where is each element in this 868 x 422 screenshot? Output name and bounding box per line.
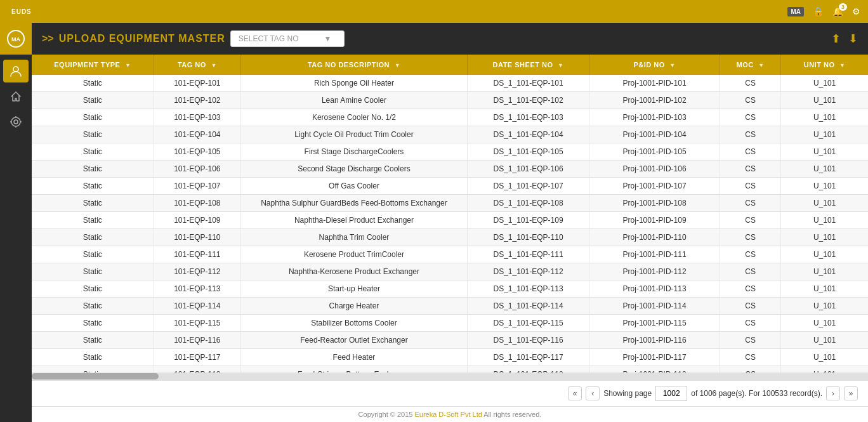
cell-date-sheet: DS_1_101-EQP-115 (467, 315, 589, 332)
table-header-row: EQUIPMENT TYPE ▼ TAG NO ▼ TAG NO DESCRIP… (32, 55, 868, 75)
cell-date-sheet: DS_1_101-EQP-101 (467, 75, 589, 92)
footer-company-link[interactable]: Eureka D-Soft Pvt Ltd (414, 411, 482, 418)
cell-tag-desc: Kerosene Cooler No. 1/2 (240, 109, 467, 126)
cell-moc: CS (720, 315, 781, 332)
cell-tag-desc: Lean Amine Cooler (240, 92, 467, 109)
cell-tag-no: 101-EQP-113 (154, 280, 240, 298)
cell-tag-desc: Light Cycle Oil Product Trim Cooler (240, 126, 467, 143)
first-page-button[interactable]: « (568, 386, 582, 400)
cell-moc: CS (720, 366, 781, 373)
cell-moc: CS (720, 75, 781, 92)
page-title: UPLOAD EQUIPMENT MASTER (59, 33, 225, 44)
cell-unit-no: U_101 (781, 75, 868, 92)
cell-pid: Proj-1001-PID-102 (589, 92, 720, 109)
cell-tag-desc: First Stage DischargeCoolers (240, 143, 467, 161)
cell-unit-no: U_101 (781, 263, 868, 280)
prev-page-button[interactable]: ‹ (586, 386, 600, 400)
table-row: Static 101-EQP-115 Stabilizer Bottoms Co… (32, 315, 868, 332)
top-nav-right: MA 🔒 🔔 3 ⚙ (787, 6, 860, 16)
cell-tag-desc: Feed-Reactor Outlet Exchanger (240, 332, 467, 349)
cell-tag-no: 101-EQP-101 (154, 75, 240, 92)
cell-unit-no: U_101 (781, 212, 868, 229)
table-row: Static 101-EQP-103 Kerosene Cooler No. 1… (32, 109, 868, 126)
cell-date-sheet: DS_1_101-EQP-112 (467, 263, 589, 280)
last-page-button[interactable]: » (844, 386, 858, 400)
col-header-tag-desc[interactable]: TAG NO DESCRIPTION ▼ (240, 55, 467, 75)
cell-moc: CS (720, 298, 781, 315)
sidebar-item-home[interactable] (3, 85, 29, 108)
cell-date-sheet: DS_1_101-EQP-116 (467, 332, 589, 349)
cell-date-sheet: DS_1_101-EQP-110 (467, 229, 589, 246)
cell-eq-type: Static (32, 178, 154, 195)
cell-moc: CS (720, 229, 781, 246)
cell-tag-desc: Naphtha-Diesel Product Exchanger (240, 212, 467, 229)
cell-unit-no: U_101 (781, 161, 868, 178)
cell-unit-no: U_101 (781, 195, 868, 212)
cell-date-sheet: DS_1_101-EQP-107 (467, 178, 589, 195)
settings-icon[interactable]: ⚙ (852, 6, 860, 16)
top-navbar: EUDS MA 🔒 🔔 3 ⚙ (0, 0, 868, 23)
bell-icon[interactable]: 🔔 3 (832, 6, 843, 16)
select-tag-placeholder: SELECT TAG NO (239, 34, 299, 43)
cell-date-sheet: DS_1_101-EQP-105 (467, 143, 589, 161)
cell-pid: Proj-1001-PID-111 (589, 246, 720, 263)
cell-unit-no: U_101 (781, 366, 868, 373)
cell-moc: CS (720, 263, 781, 280)
page-total-info: of 1006 page(s). For 100533 record(s). (691, 389, 822, 398)
cell-eq-type: Static (32, 280, 154, 298)
col-header-unit-no[interactable]: UNIT NO ▼ (781, 55, 868, 75)
footer: Copyright © 2015 Eureka D-Soft Pvt Ltd A… (32, 406, 868, 422)
cell-moc: CS (720, 246, 781, 263)
cell-eq-type: Static (32, 75, 154, 92)
cell-eq-type: Static (32, 263, 154, 280)
table-row: Static 101-EQP-113 Start-up Heater DS_1_… (32, 280, 868, 298)
cell-moc: CS (720, 349, 781, 366)
cell-unit-no: U_101 (781, 246, 868, 263)
table-row: Static 101-EQP-108 Naphtha Sulphur Guard… (32, 195, 868, 212)
sidebar (0, 55, 32, 422)
table-row: Static 101-EQP-102 Lean Amine Cooler DS_… (32, 92, 868, 109)
sort-icon-date-sheet: ▼ (558, 62, 563, 69)
cell-date-sheet: DS_1_101-EQP-114 (467, 298, 589, 315)
sort-icon-pid: ▼ (669, 62, 675, 69)
sidebar-item-equipment[interactable] (3, 110, 29, 133)
notification-badge: 3 (839, 3, 847, 11)
table-row: Static 101-EQP-106 Second Stage Discharg… (32, 161, 868, 178)
cell-tag-no: 101-EQP-114 (154, 298, 240, 315)
next-page-button[interactable]: › (826, 386, 840, 400)
scrollbar-thumb[interactable] (32, 373, 159, 379)
cell-pid: Proj-1001-PID-113 (589, 280, 720, 298)
cell-tag-no: 101-EQP-106 (154, 161, 240, 178)
col-header-moc[interactable]: MOC ▼ (720, 55, 781, 75)
svg-point-4 (11, 117, 20, 126)
cell-unit-no: U_101 (781, 280, 868, 298)
cell-date-sheet: DS_1_101-EQP-118 (467, 366, 589, 373)
table-row: Static 101-EQP-101 Rich Sponge Oil Heate… (32, 75, 868, 92)
page-number-input[interactable] (655, 386, 687, 401)
main-layout: EQUIPMENT TYPE ▼ TAG NO ▼ TAG NO DESCRIP… (0, 55, 868, 422)
cell-tag-no: 101-EQP-116 (154, 332, 240, 349)
cell-pid: Proj-1001-PID-106 (589, 161, 720, 178)
euds-logo: EUDS (8, 6, 36, 17)
col-header-tag-no[interactable]: TAG NO ▼ (154, 55, 240, 75)
cell-pid: Proj-1001-PID-115 (589, 315, 720, 332)
cell-tag-no: 101-EQP-110 (154, 229, 240, 246)
upload-icon[interactable]: ⬆ (831, 32, 841, 46)
horizontal-scrollbar[interactable] (32, 373, 868, 380)
cell-unit-no: U_101 (781, 143, 868, 161)
svg-point-2 (13, 67, 18, 72)
table-row: Static 101-EQP-111 Kerosene Product Trim… (32, 246, 868, 263)
cell-date-sheet: DS_1_101-EQP-109 (467, 212, 589, 229)
col-header-pid[interactable]: P&ID NO ▼ (589, 55, 720, 75)
cell-pid: Proj-1001-PID-109 (589, 212, 720, 229)
download-icon[interactable]: ⬇ (848, 32, 858, 46)
col-header-equipment-type[interactable]: EQUIPMENT TYPE ▼ (32, 55, 154, 75)
col-header-date-sheet[interactable]: DATE SHEET NO ▼ (467, 55, 589, 75)
cell-moc: CS (720, 143, 781, 161)
lock-icon[interactable]: 🔒 (813, 6, 824, 16)
cell-moc: CS (720, 195, 781, 212)
select-tag-dropdown[interactable]: SELECT TAG NO ▼ (230, 30, 345, 47)
cell-eq-type: Static (32, 246, 154, 263)
cell-date-sheet: DS_1_101-EQP-104 (467, 126, 589, 143)
sidebar-item-profile[interactable] (3, 60, 29, 82)
